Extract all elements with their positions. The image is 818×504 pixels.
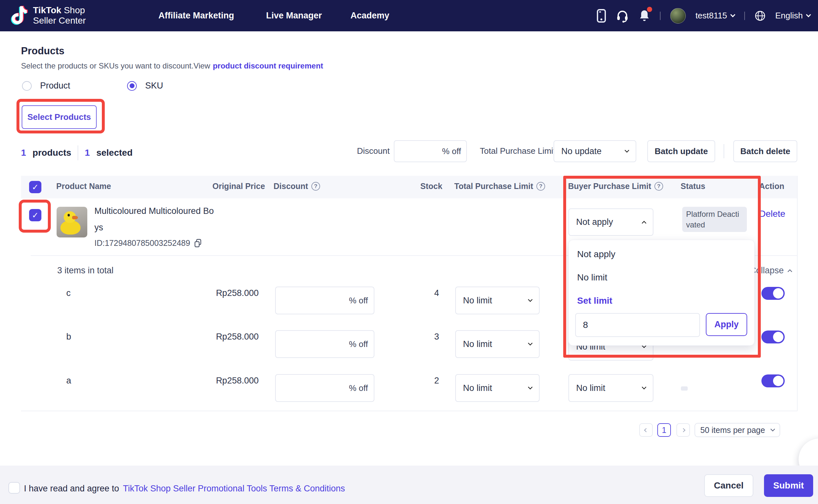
- chevron-right-icon: [681, 428, 686, 432]
- divider: [660, 12, 661, 20]
- col-total-purchase-limit: Total Purchase Limit?: [454, 182, 545, 191]
- help-icon[interactable]: ?: [655, 182, 663, 191]
- sku-row-price: Rp258.000: [181, 376, 259, 386]
- col-buyer-purchase-limit: Buyer Purchase Limit?: [568, 182, 663, 191]
- agreement-text: I have read and agree to TikTok Shop Sel…: [24, 484, 345, 494]
- check-icon: ✓: [32, 211, 39, 220]
- delete-link[interactable]: Delete: [759, 209, 785, 219]
- chevron-down-icon: [771, 427, 775, 431]
- account-menu[interactable]: test8115: [696, 11, 735, 21]
- apply-button[interactable]: Apply: [706, 313, 747, 336]
- col-action: Action: [759, 182, 784, 191]
- batch-update-button[interactable]: Batch update: [647, 140, 715, 162]
- batch-delete-button[interactable]: Batch delete: [733, 140, 797, 162]
- col-stock: Stock: [420, 182, 442, 191]
- chevron-left-icon: [644, 428, 648, 432]
- page: TikTok Shop Seller Center Affiliate Mark…: [0, 0, 818, 504]
- product-image[interactable]: [57, 207, 87, 237]
- row-checkbox[interactable]: ✓: [29, 209, 41, 221]
- terms-link[interactable]: TikTok Shop Seller Promotional Tools Ter…: [123, 484, 345, 494]
- radio-sku[interactable]: [127, 81, 137, 91]
- batch-total-purchase-limit-label: Total Purchase Limit: [480, 146, 555, 156]
- sku-stock: 2: [417, 376, 439, 386]
- chevron-down-icon: [806, 12, 811, 17]
- products-count: 1: [21, 148, 26, 158]
- brand-logo[interactable]: TikTok Shop Seller Center: [11, 5, 86, 26]
- select-all-checkbox[interactable]: ✓: [29, 181, 41, 193]
- sku-row-price: Rp258.000: [181, 288, 259, 298]
- table-bottom-border: [21, 411, 797, 411]
- brand-text: TikTok Shop Seller Center: [33, 5, 86, 26]
- check-icon: ✓: [32, 183, 39, 192]
- chevron-down-icon: [528, 341, 532, 345]
- divider: [78, 145, 78, 160]
- chevron-down-icon: [730, 12, 735, 17]
- limit-amount-input[interactable]: [575, 313, 700, 337]
- sku-total-limit-select[interactable]: No limit: [455, 330, 540, 358]
- chevron-up-icon: [642, 221, 646, 225]
- sku-discount-input[interactable]: % off: [275, 374, 374, 402]
- selected-count: 1: [85, 148, 90, 158]
- product-name[interactable]: Multicoloured Multicoloured Boys: [94, 203, 215, 236]
- divider: [724, 144, 724, 158]
- notification-dot: [647, 7, 652, 12]
- sku-discount-input[interactable]: % off: [275, 287, 374, 314]
- product-discount-requirement-link[interactable]: product discount requirement: [213, 61, 323, 70]
- product-id: ID:1729480785003252489: [94, 238, 202, 248]
- batch-discount-label: Discount: [357, 146, 390, 156]
- page-subtitle: Select the products or SKUs you want to …: [21, 61, 323, 70]
- chevron-down-icon: [625, 148, 629, 152]
- notifications-bell-icon[interactable]: [639, 9, 650, 23]
- sku-row-label: a: [66, 376, 71, 386]
- status-placeholder-dash: [681, 386, 688, 391]
- sku-stock: 3: [417, 332, 439, 342]
- page-title: Products: [21, 45, 64, 57]
- nav-academy[interactable]: Academy: [351, 0, 389, 31]
- option-no-limit[interactable]: No limit: [577, 272, 607, 283]
- sku-row-label: c: [66, 288, 71, 298]
- support-headset-icon[interactable]: [616, 9, 629, 23]
- sku-active-toggle[interactable]: [761, 287, 785, 300]
- option-not-apply[interactable]: Not apply: [577, 249, 615, 259]
- radio-product[interactable]: [22, 81, 32, 91]
- sku-discount-input[interactable]: % off: [275, 330, 374, 358]
- agreement-checkbox[interactable]: [8, 482, 20, 494]
- copy-icon[interactable]: [194, 239, 202, 247]
- tiktok-note-icon: [11, 5, 28, 26]
- help-icon[interactable]: ?: [536, 182, 545, 191]
- col-original-price: Original Price: [213, 182, 265, 191]
- col-discount: Discount?: [274, 182, 320, 191]
- radio-sku-label: SKU: [145, 81, 163, 91]
- page-size-select[interactable]: 50 items per page: [695, 423, 780, 437]
- chevron-down-icon: [528, 297, 532, 302]
- avatar[interactable]: [670, 8, 686, 24]
- sku-total-limit-select[interactable]: No limit: [455, 374, 540, 402]
- chevron-up-icon: [788, 269, 792, 274]
- buyer-limit-dropdown-panel: Not apply No limit Set limit Apply: [568, 240, 755, 346]
- sku-row-label: b: [66, 332, 71, 342]
- globe-icon: [755, 10, 766, 21]
- pagination-next-button[interactable]: [677, 423, 690, 437]
- sku-buyer-limit-select[interactable]: No limit: [568, 374, 654, 402]
- batch-limit-select[interactable]: No update: [553, 140, 636, 162]
- pagination-prev-button[interactable]: [639, 423, 653, 437]
- set-limit-link[interactable]: Set limit: [577, 296, 612, 306]
- language-selector[interactable]: English: [775, 11, 810, 21]
- nav-live-manager[interactable]: Live Manager: [266, 0, 322, 31]
- buyer-limit-trigger[interactable]: Not apply: [568, 208, 654, 236]
- help-icon[interactable]: ?: [311, 182, 320, 191]
- cancel-button[interactable]: Cancel: [704, 474, 753, 497]
- mobile-app-icon[interactable]: [596, 9, 606, 23]
- batch-discount-input[interactable]: % off: [394, 140, 467, 162]
- table-right-border: [797, 176, 798, 411]
- submit-button[interactable]: Submit: [764, 474, 813, 497]
- nav-affiliate-marketing[interactable]: Affiliate Marketing: [158, 0, 234, 31]
- sku-total-limit-select[interactable]: No limit: [455, 287, 540, 314]
- pagination-page-1[interactable]: 1: [657, 423, 671, 437]
- sku-active-toggle[interactable]: [761, 331, 785, 343]
- select-products-button[interactable]: Select Products: [22, 105, 97, 129]
- divider: [744, 12, 745, 20]
- sku-active-toggle[interactable]: [761, 374, 785, 387]
- status-badge: Platform Deactivated: [682, 207, 747, 232]
- sku-row-price: Rp258.000: [181, 332, 259, 342]
